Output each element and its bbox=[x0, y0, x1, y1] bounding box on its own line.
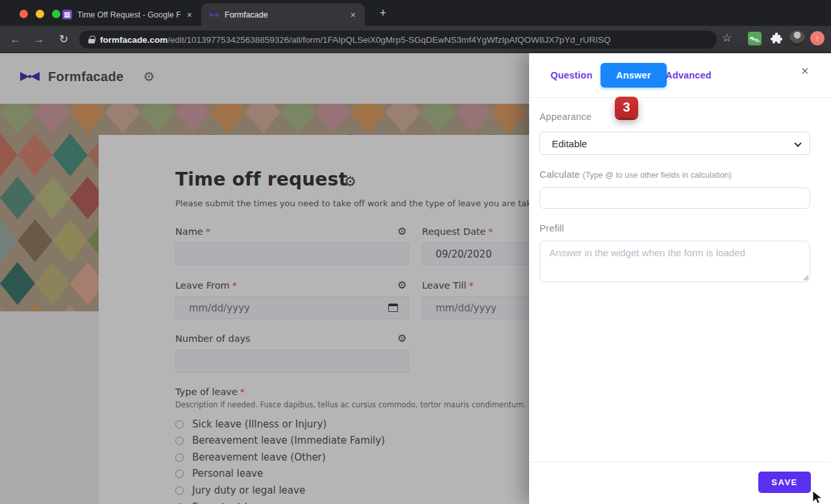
url-text: formfacade.com/edit/10139775342563885932… bbox=[100, 35, 610, 45]
radio-icon[interactable] bbox=[175, 470, 184, 478]
radio-label: Personal leave bbox=[192, 468, 263, 479]
browser-toolbar: ← → ↻ formfacade.com/edit/10139775342563… bbox=[0, 26, 831, 53]
number-of-days-input[interactable] bbox=[175, 350, 409, 372]
tab-title: Time Off Request - Google For bbox=[77, 10, 180, 19]
type-of-leave-description: Description if needed. Fusce dapibus, te… bbox=[175, 400, 526, 409]
radio-option-personal-leave[interactable]: Personal leave bbox=[175, 468, 263, 479]
url-bar[interactable]: formfacade.com/edit/10139775342563885932… bbox=[79, 30, 717, 49]
required-asterisk: * bbox=[206, 226, 210, 237]
tab-answer[interactable]: Answer bbox=[601, 63, 667, 88]
panel-close-icon[interactable]: × bbox=[801, 64, 809, 78]
tab-title: Formfacade bbox=[225, 10, 344, 19]
leave-till-label: Leave Till* bbox=[422, 280, 474, 291]
number-of-days-label: Number of days bbox=[175, 333, 251, 344]
reload-icon[interactable]: ↻ bbox=[56, 32, 71, 47]
calculate-input[interactable] bbox=[540, 187, 810, 209]
radio-icon[interactable] bbox=[175, 420, 184, 429]
appearance-label: Appearance bbox=[540, 112, 591, 122]
radio-label: Bereavement leave (Immediate Family) bbox=[192, 435, 385, 446]
back-icon[interactable]: ← bbox=[8, 32, 23, 47]
new-tab-button[interactable]: + bbox=[375, 5, 391, 21]
name-field-gear-icon[interactable]: ⚙ bbox=[397, 225, 406, 237]
chevron-down-icon bbox=[794, 139, 801, 147]
url-domain: formfacade.com bbox=[100, 35, 167, 45]
screen: Time Off Request - Google For × Formfaca… bbox=[0, 0, 831, 504]
radio-option-bereavement-immediate[interactable]: Bereavement leave (Immediate Family) bbox=[175, 435, 385, 446]
radio-label: Jury duty or legal leave bbox=[192, 485, 305, 496]
radio-option-sick-leave[interactable]: Sick leave (Illness or Injury) bbox=[175, 418, 327, 430]
type-of-leave-label: Type of leave* bbox=[175, 387, 245, 397]
profile-avatar[interactable] bbox=[789, 30, 805, 46]
app-settings-gear-icon[interactable]: ⚙ bbox=[143, 69, 155, 84]
mouse-cursor bbox=[812, 490, 825, 504]
panel-tabs: Question Answer Advanced × bbox=[529, 53, 831, 97]
tab-close-icon[interactable]: × bbox=[186, 10, 193, 20]
required-asterisk: * bbox=[240, 387, 245, 397]
radio-icon[interactable] bbox=[175, 453, 184, 462]
browser-update-icon[interactable]: ↑ bbox=[810, 31, 825, 45]
answer-settings-panel: Question Answer Advanced × 3 Appearance … bbox=[529, 53, 831, 504]
formfacade-logo-icon bbox=[19, 70, 40, 83]
tab-question[interactable]: Question bbox=[551, 70, 592, 80]
date-placeholder: mm/dd/yyyy bbox=[189, 302, 250, 314]
radio-option-bereavement-other[interactable]: Bereavement leave (Other) bbox=[175, 451, 326, 463]
form-title: Time off request bbox=[175, 169, 347, 190]
tab-formfacade[interactable]: Formfacade × bbox=[201, 3, 365, 26]
calculate-hint: (Type @ to use other fields in calculati… bbox=[582, 171, 731, 180]
tab-close-icon[interactable]: × bbox=[349, 10, 357, 20]
tab-google-forms[interactable]: Time Off Request - Google For × bbox=[55, 3, 201, 26]
radio-option-expectant-leave[interactable]: Expectant leave bbox=[175, 501, 271, 504]
panel-bottom-divider bbox=[529, 462, 831, 462]
leave-from-gear-icon[interactable]: ⚙ bbox=[397, 279, 406, 291]
window-minimize-button[interactable] bbox=[36, 10, 44, 18]
prefill-textarea[interactable] bbox=[540, 241, 810, 282]
radio-option-jury-duty[interactable]: Jury duty or legal leave bbox=[175, 485, 305, 496]
tab-advanced[interactable]: Advanced bbox=[665, 70, 712, 80]
radio-label: Bereavement leave (Other) bbox=[192, 451, 326, 463]
appearance-select[interactable]: Editable bbox=[540, 132, 810, 155]
appearance-selected-value: Editable bbox=[552, 138, 587, 149]
extensions-puzzle-icon[interactable] bbox=[770, 32, 784, 45]
radio-label: Sick leave (Illness or Injury) bbox=[192, 418, 327, 430]
name-field-label: Name* bbox=[175, 226, 210, 237]
url-path: /edit/101397753425638859326/all/form/1FA… bbox=[167, 35, 610, 45]
lock-icon bbox=[88, 36, 95, 43]
brand: Formfacade ⚙ bbox=[19, 69, 155, 84]
leave-from-label: Leave From* bbox=[175, 280, 237, 291]
google-forms-icon bbox=[62, 10, 72, 19]
leave-from-input[interactable]: mm/dd/yyyy bbox=[175, 296, 409, 319]
required-asterisk: * bbox=[232, 280, 237, 291]
bookmark-star-icon[interactable]: ☆ bbox=[722, 31, 732, 45]
calculate-label: Calculate (Type @ to use other fields in… bbox=[540, 169, 732, 180]
date-placeholder: mm/dd/yyyy bbox=[436, 302, 497, 314]
prefill-label: Prefill bbox=[540, 223, 564, 234]
browser-tabstrip: Time Off Request - Google For × Formfaca… bbox=[0, 0, 831, 26]
panel-divider bbox=[529, 97, 831, 98]
number-of-days-gear-icon[interactable]: ⚙ bbox=[397, 332, 406, 344]
step-badge: 3 bbox=[615, 97, 638, 118]
brand-name: Formfacade bbox=[48, 69, 123, 84]
save-button[interactable]: SAVE bbox=[758, 472, 811, 493]
required-asterisk: * bbox=[469, 280, 473, 291]
form-card: Time off request ⚙ Please submit the tim… bbox=[99, 135, 558, 504]
window-close-button[interactable] bbox=[19, 10, 28, 18]
name-input[interactable] bbox=[175, 243, 409, 265]
radio-icon[interactable] bbox=[175, 437, 184, 445]
formfacade-favicon-icon bbox=[209, 10, 219, 20]
required-asterisk: * bbox=[488, 226, 493, 237]
radio-icon[interactable] bbox=[175, 486, 184, 495]
form-description: Please submit the times you need to take… bbox=[175, 198, 558, 208]
radio-label: Expectant leave bbox=[192, 501, 271, 504]
request-date-label: Request Date* bbox=[422, 226, 493, 237]
calendar-icon[interactable] bbox=[388, 304, 398, 312]
forward-icon[interactable]: → bbox=[31, 32, 47, 47]
form-title-gear-icon[interactable]: ⚙ bbox=[344, 174, 356, 189]
mail-extension-icon[interactable] bbox=[748, 32, 762, 45]
